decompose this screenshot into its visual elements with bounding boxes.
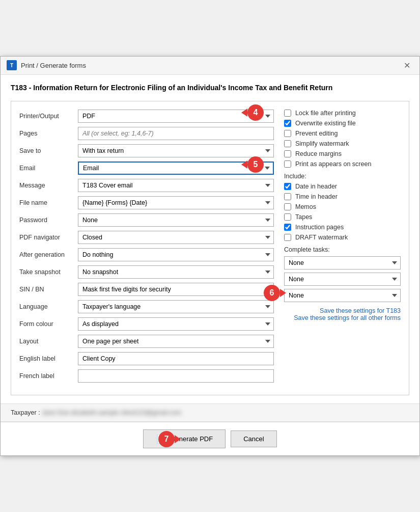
- password-control: None: [78, 213, 274, 227]
- pdf-nav-control: Closed: [78, 231, 274, 244]
- generate-pdf-button[interactable]: 📄 Generate PDF: [143, 429, 226, 448]
- language-select[interactable]: Taxpayer's language: [78, 300, 274, 313]
- pages-row: Pages: [19, 127, 274, 140]
- pages-control: [78, 127, 274, 140]
- tapes-checkbox[interactable]: [284, 213, 291, 221]
- filename-select[interactable]: {Name} {Forms} {Date}: [78, 196, 274, 209]
- print-as-appears-label: Print as appears on screen: [295, 160, 371, 168]
- snapshot-control: No snapshot: [78, 265, 274, 279]
- date-header-checkbox[interactable]: [284, 183, 291, 190]
- layout-select[interactable]: One page per sheet: [78, 335, 274, 348]
- pdf-nav-label: PDF navigator: [19, 234, 78, 241]
- colour-select[interactable]: As displayed: [78, 317, 274, 331]
- badge-6: 6: [264, 285, 280, 301]
- email-row: Email Email 5: [19, 161, 274, 175]
- pdf-nav-row: PDF navigator Closed: [19, 231, 274, 244]
- french-label-row: French label: [19, 369, 274, 383]
- colour-control: As displayed: [78, 317, 274, 331]
- english-label-input[interactable]: [78, 352, 274, 365]
- app-icon: T: [7, 60, 17, 70]
- instruction-pages-row: Instruction pages: [284, 224, 401, 231]
- print-as-appears-checkbox[interactable]: [284, 160, 291, 168]
- include-label: Include:: [284, 173, 401, 180]
- after-gen-label: After generation: [19, 251, 78, 258]
- english-label-control: [78, 352, 274, 365]
- save-to-row: Save to With tax return: [19, 144, 274, 157]
- draft-watermark-checkbox[interactable]: [284, 234, 291, 241]
- printer-control: PDF 4: [78, 110, 274, 123]
- complete-tasks-select-3[interactable]: None: [284, 289, 401, 302]
- complete-tasks-3: None: [284, 289, 401, 302]
- sin-control: Mask first five digits for security noth…: [78, 283, 274, 296]
- memos-label: Memos: [295, 203, 316, 210]
- pages-label: Pages: [19, 130, 78, 137]
- taxpayer-info: Taxpayer : Jane Doe elizabeth.sample cli…: [11, 409, 409, 416]
- button-row: 7 📄 Generate PDF Cancel: [1, 422, 419, 455]
- left-column: Printer/Output PDF 4 Pages: [19, 110, 274, 387]
- layout-label: Layout: [19, 338, 78, 345]
- memos-checkbox[interactable]: [284, 203, 291, 210]
- pages-input[interactable]: [78, 127, 274, 140]
- save-links: Save these settings for T183 Save these …: [284, 307, 401, 321]
- date-header-row: Date in header: [284, 183, 401, 190]
- instruction-pages-label: Instruction pages: [295, 224, 344, 231]
- message-select[interactable]: T183 Cover email: [78, 179, 274, 192]
- complete-tasks-1: None: [284, 256, 401, 270]
- email-control: Email 5: [78, 161, 274, 175]
- overwrite-checkbox[interactable]: [284, 120, 291, 127]
- language-label: Language: [19, 303, 78, 310]
- settings-panel: Printer/Output PDF 4 Pages: [11, 101, 409, 395]
- complete-tasks-2: None: [284, 273, 401, 286]
- snapshot-select[interactable]: No snapshot: [78, 265, 274, 279]
- prevent-editing-checkbox[interactable]: [284, 130, 291, 137]
- tapes-label: Tapes: [295, 213, 312, 221]
- reduce-margins-checkbox[interactable]: [284, 150, 291, 157]
- tapes-row: Tapes: [284, 213, 401, 221]
- after-gen-select[interactable]: Do nothing: [78, 248, 274, 261]
- lock-file-label: Lock file after printing: [295, 110, 356, 117]
- lock-file-row: Lock file after printing: [284, 110, 401, 117]
- sin-select[interactable]: Mask first five digits for security noth…: [78, 283, 274, 296]
- title-bar: T Print / Generate forms ✕: [1, 57, 419, 75]
- language-row: Language Taxpayer's language: [19, 300, 274, 313]
- draft-watermark-label: DRAFT watermark: [295, 234, 348, 241]
- after-gen-control: Do nothing: [78, 248, 274, 261]
- time-header-row: Time in header: [284, 193, 401, 200]
- taxpayer-label: Taxpayer :: [11, 409, 40, 416]
- language-control: Taxpayer's language: [78, 300, 274, 313]
- footer-section: Taxpayer : Jane Doe elizabeth.sample cli…: [1, 403, 419, 421]
- close-button[interactable]: ✕: [401, 60, 413, 71]
- filename-row: File name {Name} {Forms} {Date}: [19, 196, 274, 209]
- save-t183-link[interactable]: Save these settings for T183: [284, 307, 401, 314]
- french-label-lbl: French label: [19, 372, 78, 380]
- instruction-pages-checkbox[interactable]: [284, 224, 291, 231]
- right-column: Lock file after printing Overwrite exist…: [284, 110, 401, 387]
- prevent-editing-row: Prevent editing: [284, 130, 401, 137]
- form-description: - Information Return for Electronic Fili…: [27, 84, 332, 92]
- complete-tasks-select-1[interactable]: None: [284, 256, 401, 270]
- email-label: Email: [19, 165, 78, 172]
- time-header-label: Time in header: [295, 193, 338, 200]
- snapshot-label: Take snapshot: [19, 268, 78, 276]
- simplify-watermark-row: Simplify watermark: [284, 140, 401, 147]
- time-header-checkbox[interactable]: [284, 193, 291, 200]
- overwrite-row: Overwrite existing file: [284, 120, 401, 127]
- cancel-button[interactable]: Cancel: [231, 430, 276, 447]
- english-label-lbl: English label: [19, 355, 78, 362]
- simplify-watermark-checkbox[interactable]: [284, 140, 291, 147]
- complete-tasks-select-2[interactable]: None: [284, 273, 401, 286]
- lock-file-checkbox[interactable]: [284, 110, 291, 117]
- date-header-label: Date in header: [295, 183, 337, 190]
- reduce-margins-label: Reduce margins: [295, 150, 342, 157]
- taxpayer-data: Jane Doe elizabeth.sample client123@gmai…: [42, 409, 181, 416]
- french-label-input[interactable]: [78, 369, 274, 383]
- save-to-select[interactable]: With tax return: [78, 144, 274, 157]
- colour-label: Form colour: [19, 320, 78, 328]
- pdf-nav-select[interactable]: Closed: [78, 231, 274, 244]
- french-label-control: [78, 369, 274, 383]
- save-all-forms-link[interactable]: Save these settings for all other forms: [284, 314, 401, 321]
- draft-watermark-row: DRAFT watermark: [284, 234, 401, 241]
- password-select[interactable]: None: [78, 213, 274, 227]
- main-window: T Print / Generate forms ✕ T183 - Inform…: [0, 56, 420, 456]
- save-to-control: With tax return: [78, 144, 274, 157]
